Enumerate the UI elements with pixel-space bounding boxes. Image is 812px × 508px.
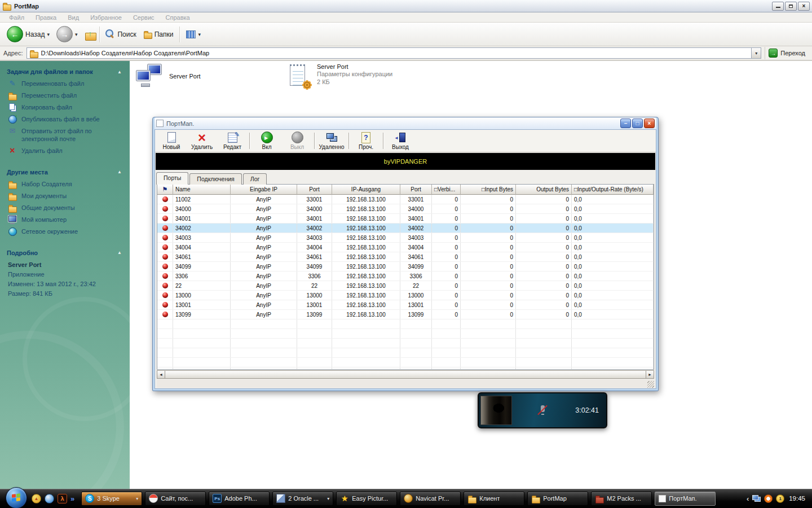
app-toolbar-button[interactable]: Выход: [385, 131, 416, 151]
sidebar-item[interactable]: Общие документы: [0, 202, 130, 214]
minimize-button[interactable]: [772, 2, 784, 11]
section-header-details[interactable]: Подробно ▲: [0, 247, 130, 259]
taskbar-button[interactable]: Navicat Pr...: [400, 492, 461, 506]
scroll-left-button[interactable]: ◄: [157, 370, 165, 379]
scrollbar-thumb[interactable]: [165, 370, 646, 379]
table-row[interactable]: 34004AnyIP34004192.168.13.100340040000,0: [157, 243, 654, 252]
section-header-other-places[interactable]: Другие места ▲: [0, 166, 130, 178]
app-toolbar-button[interactable]: Удалить: [187, 131, 217, 151]
sidebar-item[interactable]: Набор Создателя: [0, 178, 130, 190]
tab-лог[interactable]: Лог: [243, 173, 267, 185]
go-button[interactable]: → Переход: [765, 47, 809, 59]
tray-collapse-icon[interactable]: ‹: [747, 494, 749, 503]
taskbar-button[interactable]: Сайт, пос...: [145, 492, 206, 506]
taskbar-button[interactable]: Easy Pictur...: [336, 492, 397, 506]
table-row[interactable]: 34001AnyIP34001192.168.13.100340010000,0: [157, 214, 654, 224]
column-header[interactable]: Port: [400, 185, 432, 195]
app-toolbar-button[interactable]: Проч.: [351, 131, 381, 151]
network-monitors-icon[interactable]: [752, 494, 761, 503]
taskbar-button[interactable]: Adobe Ph...: [209, 492, 270, 506]
folders-button[interactable]: Папки: [141, 29, 176, 40]
forward-button[interactable]: → ▾: [54, 25, 80, 43]
sidebar-item[interactable]: Сетевое окружение: [0, 226, 130, 238]
section-header-file-tasks[interactable]: Задачи для файлов и папок ▲: [0, 65, 130, 78]
table-row[interactable]: 34003AnyIP34003192.168.13.100340030000,0: [157, 233, 654, 243]
sidebar-item[interactable]: Удалить файл: [0, 145, 130, 157]
table-row[interactable]: 13001AnyIP13001192.168.13.100130010000,0: [157, 300, 654, 310]
table-row[interactable]: 11002AnyIP33001192.168.13.100330010000,0: [157, 195, 654, 204]
menu-item[interactable]: Файл: [3, 14, 30, 21]
maximize-button[interactable]: □: [632, 119, 643, 128]
table-row[interactable]: 13099AnyIP13099192.168.13.100130990000,0: [157, 310, 654, 319]
file-item-server-port-exe[interactable]: Server Port: [134, 63, 201, 89]
taskbar-button[interactable]: Клиент: [464, 492, 524, 506]
start-button[interactable]: [5, 489, 28, 508]
chevron-down-icon[interactable]: ▾: [198, 32, 201, 37]
column-header[interactable]: Output Bytes: [516, 185, 572, 195]
update-badge-icon[interactable]: 1: [776, 494, 784, 503]
column-header[interactable]: □Input Bytes: [461, 185, 516, 195]
collapse-icon[interactable]: ▲: [117, 250, 122, 255]
portmap-titlebar[interactable]: ПортМап. – □ ×: [155, 117, 656, 129]
sidebar-item[interactable]: Отправить этот файл по электронной почте: [0, 125, 130, 145]
app-toolbar-button[interactable]: Новый: [156, 131, 187, 151]
taskbar-button[interactable]: ПортМап.: [655, 492, 716, 506]
file-item-server-port-config[interactable]: Server Port Параметры конфигурации 2 КБ: [289, 63, 392, 90]
menu-item[interactable]: Справка: [160, 14, 196, 21]
sidebar-item[interactable]: Копировать файл: [0, 102, 130, 113]
collapse-icon[interactable]: ▲: [117, 69, 122, 75]
table-row[interactable]: 3306AnyIP3306192.168.13.10033060000,0: [157, 271, 654, 281]
table-row[interactable]: 34000AnyIP34000192.168.13.100340000000,0: [157, 204, 654, 214]
sidebar-item[interactable]: Мой компьютер: [0, 214, 130, 226]
sidebar-item[interactable]: Мои документы: [0, 190, 130, 202]
address-input[interactable]: D:\Downloads\Набор Создателя\Набор Созда…: [27, 47, 762, 59]
menu-item[interactable]: Вид: [62, 14, 85, 21]
horizontal-scrollbar[interactable]: ◄ ►: [157, 370, 654, 379]
table-row[interactable]: 34002AnyIP34002192.168.13.100340020000,0: [157, 224, 654, 233]
back-button[interactable]: ← Назад ▾: [5, 25, 52, 43]
sidebar-item[interactable]: Опубликовать файл в вебе: [0, 113, 130, 125]
table-row[interactable]: 22AnyIP22192.168.13.100220000,0: [157, 281, 654, 291]
table-row[interactable]: 34061AnyIP34061192.168.13.100340610000,0: [157, 252, 654, 262]
chevron-down-icon[interactable]: ▾: [75, 32, 78, 37]
half-life-lambda-icon[interactable]: λ: [58, 494, 67, 503]
app-toolbar-button[interactable]: Вкл: [251, 131, 282, 151]
views-button[interactable]: ▾: [184, 29, 203, 40]
column-header[interactable]: □Input/Output-Rate (Byte/s): [572, 185, 654, 195]
restore-button[interactable]: [785, 2, 797, 11]
close-button[interactable]: ×: [644, 119, 655, 128]
address-dropdown-button[interactable]: ▾: [751, 48, 761, 58]
sidebar-item[interactable]: Переместить файл: [0, 90, 130, 102]
taskbar-button[interactable]: M2 Packs ...: [591, 492, 652, 506]
menu-item[interactable]: Избранное: [85, 14, 127, 21]
orange-ring-icon[interactable]: [764, 494, 773, 503]
sidebar-item[interactable]: Переименовать файл: [0, 78, 130, 90]
close-button[interactable]: ×: [798, 2, 810, 11]
app-toolbar-button[interactable]: Выкл: [282, 131, 312, 151]
overflow-chevron-icon[interactable]: »: [70, 494, 74, 503]
chevron-down-icon[interactable]: ▾: [47, 32, 50, 37]
column-header[interactable]: Port: [297, 185, 332, 195]
app-toolbar-button[interactable]: Удаленно: [316, 131, 347, 151]
blue-globe-icon[interactable]: [45, 494, 54, 503]
minimize-button[interactable]: –: [620, 119, 631, 128]
taskbar-button[interactable]: PortMap: [527, 492, 588, 506]
explorer-titlebar[interactable]: PortMap ×: [0, 0, 812, 12]
up-button[interactable]: [82, 29, 95, 40]
resize-grip[interactable]: [647, 381, 654, 388]
column-header[interactable]: □Verbi...: [432, 185, 461, 195]
scroll-right-button[interactable]: ►: [646, 370, 654, 379]
column-header[interactable]: IP-Ausgang: [332, 185, 400, 195]
yellow-alert-icon[interactable]: ▲: [32, 494, 41, 503]
table-row[interactable]: 34099AnyIP34099192.168.13.100340990000,0: [157, 262, 654, 271]
taskbar-button[interactable]: 3 Skype▾: [81, 492, 142, 506]
column-header[interactable]: Eingabe IP: [231, 185, 297, 195]
collapse-icon[interactable]: ▲: [117, 169, 122, 174]
table-row[interactable]: 13000AnyIP13000192.168.13.100130000000,0: [157, 291, 654, 300]
call-overlay[interactable]: 3:02:41: [478, 392, 607, 428]
tab-подключения[interactable]: Подключения: [189, 173, 241, 185]
menu-item[interactable]: Правка: [30, 14, 62, 21]
search-button[interactable]: Поиск: [104, 29, 138, 40]
tab-порты[interactable]: Порты: [156, 172, 188, 185]
app-toolbar-button[interactable]: Редакт: [217, 131, 248, 151]
